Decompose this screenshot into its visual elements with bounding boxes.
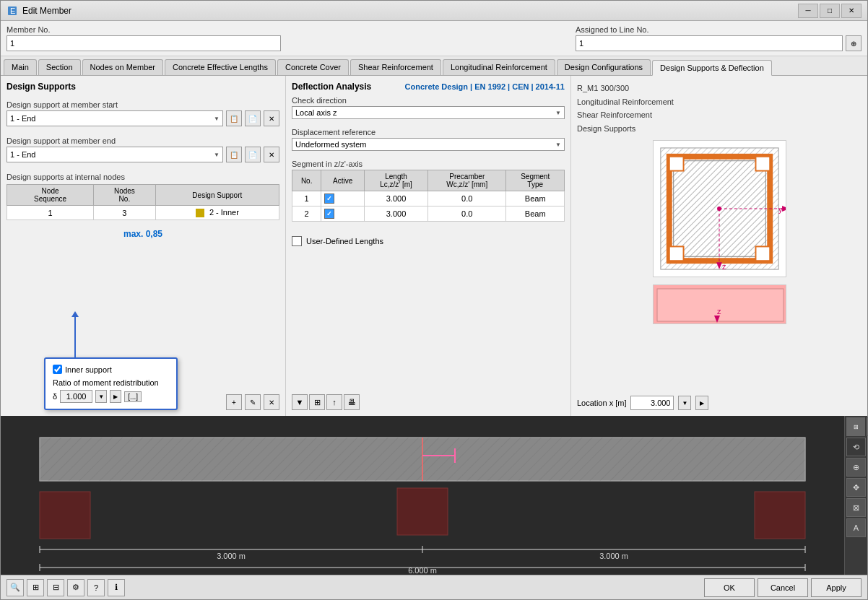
tab-shear-reinforcement[interactable]: Shear Reinforcement: [350, 59, 441, 75]
ratio-label: Ratio of moment redistribution: [53, 378, 169, 387]
close-button[interactable]: ✕: [841, 4, 862, 18]
ds-add-btn[interactable]: +: [226, 394, 242, 410]
diag-label-btn[interactable]: A: [846, 518, 866, 537]
max-label: max. 0,85: [6, 229, 279, 239]
member-end-arrow: ▼: [214, 152, 220, 158]
member-start-del-btn[interactable]: ✕: [264, 110, 279, 126]
info-btn[interactable]: ℹ: [108, 579, 125, 596]
displacement-ref-combo[interactable]: Undeformed system ▼: [292, 138, 565, 151]
bottom-view-svg: z: [654, 285, 787, 325]
filter-btn-2[interactable]: ⊟: [47, 579, 64, 596]
seg-col-length: LengthLc,z/z' [m]: [364, 170, 428, 191]
table-btn[interactable]: ⊞: [27, 579, 44, 596]
cross-section-svg: y z: [654, 141, 786, 277]
assigned-line-action-btn[interactable]: ⊕: [846, 35, 862, 51]
svg-rect-27: [755, 492, 805, 539]
tab-concrete-effective-lengths[interactable]: Concrete Effective Lengths: [165, 59, 276, 75]
check-direction-arrow: ▼: [555, 110, 561, 116]
svg-text:3.000 m: 3.000 m: [599, 552, 628, 560]
search-btn[interactable]: 🔍: [6, 579, 24, 596]
inner-support-checkbox[interactable]: [53, 365, 62, 374]
tab-section[interactable]: Section: [38, 59, 81, 75]
popup-arrow: [74, 316, 76, 359]
member-no-label: Member No.: [6, 25, 281, 34]
help-btn[interactable]: ?: [87, 579, 105, 596]
delta-row: δ 1.000 ▼ ▶ [...]: [53, 390, 169, 403]
member-end-view-btn[interactable]: 📄: [245, 147, 261, 162]
cell-seq: 1: [7, 206, 94, 220]
seg-no-1: 1: [292, 191, 321, 206]
settings-btn[interactable]: ⚙: [67, 579, 84, 596]
top-fields: Member No. Assigned to Line No. ⊕: [1, 21, 867, 56]
location-input[interactable]: [630, 396, 674, 410]
member-end-del-btn[interactable]: ✕: [264, 147, 279, 162]
maximize-button[interactable]: □: [820, 4, 840, 18]
seg-type-1: Beam: [506, 191, 565, 206]
assigned-line-input[interactable]: [576, 35, 843, 51]
info-line-3: Design Supports: [577, 122, 862, 136]
design-supports-panel: Design Supports Design support at member…: [1, 76, 286, 416]
member-start-edit-btn[interactable]: 📋: [226, 110, 242, 126]
seg-checkbox-2[interactable]: [324, 209, 334, 219]
tab-design-supports-deflection[interactable]: Design Supports & Deflection: [652, 60, 772, 76]
export-btn[interactable]: ↑: [326, 394, 342, 410]
app-icon: E: [6, 5, 18, 17]
member-end-controls: 1 - End ▼ 📋 📄 ✕: [6, 147, 279, 162]
check-direction-label: Check direction: [292, 96, 565, 105]
displacement-ref-value: Undeformed system: [295, 140, 366, 149]
apply-button[interactable]: Apply: [811, 578, 862, 597]
delta-up-btn[interactable]: ▶: [110, 390, 121, 403]
design-supports-title: Design Supports: [6, 82, 279, 92]
filter-btn[interactable]: ▼: [292, 394, 308, 410]
seg-length-1: 3.000: [364, 191, 428, 206]
seg-type-2: Beam: [506, 206, 565, 222]
svg-rect-17: [657, 289, 784, 321]
seg-no-2: 2: [292, 206, 321, 222]
location-up-btn[interactable]: ▶: [695, 396, 708, 410]
minimize-button[interactable]: ─: [798, 4, 818, 18]
delta-symbol: δ: [53, 392, 57, 401]
col-nodes-no: NodesNo.: [94, 185, 156, 206]
seg-col-precamber: PrecamberWc,z/z' [mm]: [428, 170, 506, 191]
location-down-btn[interactable]: ▼: [678, 396, 691, 410]
diag-zoom-btn[interactable]: ⊕: [846, 458, 866, 477]
member-start-controls: 1 - End ▼ 📋 📄 ✕: [6, 110, 279, 126]
tab-design-configurations[interactable]: Design Configurations: [557, 59, 651, 75]
tab-main[interactable]: Main: [4, 59, 37, 75]
seg-active-1: [321, 191, 365, 206]
diag-btn-1[interactable]: ⊞: [846, 417, 865, 436]
deflection-analysis-panel: Deflection Analysis Concrete Design | EN…: [286, 76, 571, 416]
diag-pan-btn[interactable]: ✥: [846, 478, 866, 497]
diag-iso-btn[interactable]: ⟲: [846, 438, 866, 456]
bracket-btn[interactable]: [...]: [124, 391, 142, 402]
member-start-arrow: ▼: [214, 116, 220, 122]
tabs-container: Main Section Nodes on Member Concrete Ef…: [1, 56, 867, 76]
user-defined-checkbox[interactable]: [292, 236, 302, 246]
member-no-input[interactable]: [6, 35, 281, 51]
check-direction-combo[interactable]: Local axis z ▼: [292, 106, 565, 119]
delta-down-btn[interactable]: ▼: [95, 390, 107, 403]
member-start-label: Design support at member start: [6, 100, 279, 109]
cancel-button[interactable]: Cancel: [758, 578, 808, 597]
dialog-edit-member: E Edit Member ─ □ ✕ Member No. Assigned …: [0, 0, 868, 600]
svg-rect-7: [755, 157, 770, 171]
member-end-combo[interactable]: 1 - End ▼: [6, 147, 223, 162]
diagram-area: 3.000 m 3.000 m 6.000 m ⊞: [1, 416, 867, 575]
ok-button[interactable]: OK: [704, 578, 755, 597]
member-end-edit-btn[interactable]: 📋: [226, 147, 242, 162]
content-area: Design Supports Design support at member…: [1, 76, 867, 416]
member-start-combo[interactable]: 1 - End ▼: [6, 110, 223, 126]
ds-del-btn[interactable]: ✕: [264, 394, 279, 410]
grid-btn[interactable]: ⊞: [309, 394, 325, 410]
member-start-view-btn[interactable]: 📄: [245, 110, 261, 126]
diag-fit-btn[interactable]: ⊠: [846, 498, 866, 517]
title-bar: E Edit Member ─ □ ✕: [1, 1, 867, 21]
member-start-value: 1 - End: [10, 114, 35, 123]
ds-edit-btn[interactable]: ✎: [245, 394, 261, 410]
cross-section-view: y z: [653, 140, 786, 277]
tab-concrete-cover[interactable]: Concrete Cover: [277, 59, 349, 75]
seg-checkbox-1[interactable]: [324, 194, 334, 204]
print-btn[interactable]: 🖶: [344, 394, 360, 410]
tab-nodes-on-member[interactable]: Nodes on Member: [82, 59, 164, 75]
tab-longitudinal-reinforcement[interactable]: Longitudinal Reinforcement: [443, 59, 555, 75]
